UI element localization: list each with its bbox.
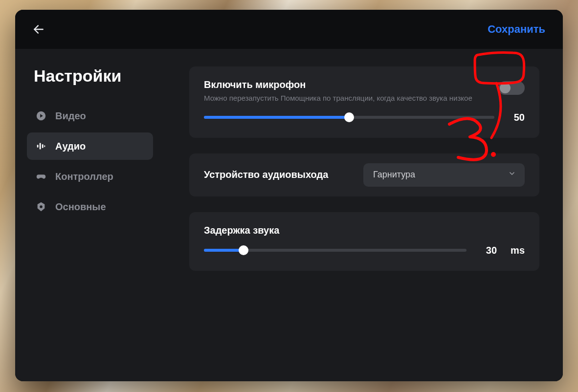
mic-volume-row: 50	[204, 112, 525, 123]
play-circle-icon	[36, 110, 46, 121]
sidebar-item-label: Видео	[55, 110, 86, 122]
delay-title: Задержка звука	[204, 225, 525, 236]
svg-rect-6	[44, 145, 45, 147]
sidebar-item-video[interactable]: Видео	[27, 102, 153, 130]
modal-header: Сохранить	[15, 10, 563, 49]
mic-card: Включить микрофон Можно перезапустить По…	[189, 66, 539, 138]
hex-gear-icon	[36, 201, 46, 212]
output-device-row: Устройство аудиовыхода Гарнитура	[189, 153, 539, 196]
slider-fill	[204, 116, 349, 119]
mic-volume-value: 50	[508, 112, 525, 123]
back-button[interactable]	[29, 20, 48, 39]
equalizer-icon	[36, 141, 46, 152]
delay-slider[interactable]	[204, 249, 467, 252]
svg-rect-5	[42, 144, 44, 148]
slider-fill	[204, 249, 244, 252]
sidebar-item-general[interactable]: Основные	[27, 193, 153, 220]
chevron-down-icon	[508, 170, 516, 180]
settings-modal: Сохранить Настройки Видео Аудио	[15, 10, 563, 381]
svg-point-7	[40, 205, 43, 208]
mic-toggle[interactable]	[498, 81, 525, 95]
output-device-label: Устройство аудиовыхода	[204, 169, 328, 180]
slider-thumb[interactable]	[344, 112, 354, 122]
mic-title-wrap: Включить микрофон Можно перезапустить По…	[204, 79, 472, 103]
mic-volume-slider[interactable]	[204, 116, 494, 119]
delay-value: 30	[480, 245, 497, 256]
sidebar-item-audio[interactable]: Аудио	[27, 132, 153, 160]
mic-subtitle: Можно перезапустить Помощника по трансля…	[204, 93, 472, 103]
mic-title: Включить микрофон	[204, 79, 472, 90]
modal-body: Настройки Видео Аудио Контроллер	[15, 49, 563, 381]
content-panel: Включить микрофон Можно перезапустить По…	[162, 49, 563, 381]
output-device-selected: Гарнитура	[373, 170, 415, 180]
delay-card: Задержка звука 30 ms	[189, 212, 539, 271]
sidebar-item-label: Аудио	[55, 141, 86, 152]
toggle-knob	[500, 83, 511, 93]
sidebar: Настройки Видео Аудио Контроллер	[15, 49, 162, 381]
sidebar-item-label: Основные	[55, 201, 106, 213]
save-button[interactable]: Сохранить	[488, 23, 545, 36]
svg-rect-3	[37, 145, 39, 148]
slider-thumb[interactable]	[239, 245, 248, 255]
delay-unit: ms	[511, 245, 525, 256]
delay-row: 30 ms	[204, 245, 525, 256]
controller-icon	[36, 171, 46, 182]
sidebar-item-label: Контроллер	[55, 171, 113, 182]
mic-card-head: Включить микрофон Можно перезапустить По…	[204, 79, 525, 103]
sidebar-item-controller[interactable]: Контроллер	[27, 163, 153, 190]
svg-rect-4	[40, 143, 41, 150]
output-device-select[interactable]: Гарнитура	[363, 163, 525, 187]
page-title: Настройки	[34, 66, 153, 86]
arrow-left-icon	[32, 23, 45, 36]
